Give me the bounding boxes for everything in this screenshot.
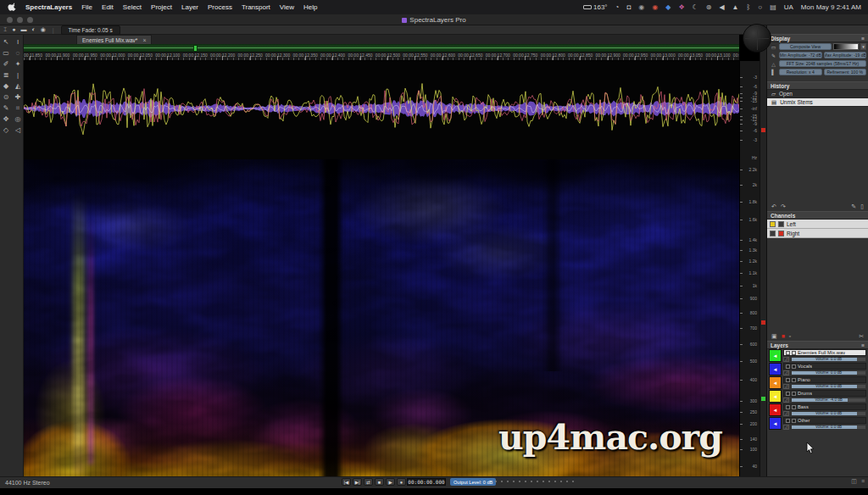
apple-menu-icon[interactable] bbox=[7, 3, 17, 12]
transform-tool[interactable]: ↖ bbox=[0, 36, 12, 47]
select-intersect-icon[interactable]: ◉ bbox=[41, 26, 46, 33]
menu-spectralayers[interactable]: SpectraLayers bbox=[25, 3, 72, 11]
eraser-tool[interactable]: ◆ bbox=[0, 81, 12, 92]
stop-button[interactable]: ■ bbox=[375, 478, 384, 486]
layer-color-swatch[interactable]: ◄ bbox=[769, 376, 782, 389]
menu-file[interactable]: File bbox=[81, 3, 92, 11]
keyboard-layout-indicator[interactable]: UA bbox=[784, 3, 793, 11]
layer-enemies-full-mix-wav[interactable]: ◄Enemies Full Mix.wav◿Volume: 0.0 dB bbox=[767, 349, 868, 363]
heal-tool[interactable]: ✚ bbox=[12, 92, 24, 103]
colormap-swatch[interactable] bbox=[833, 43, 859, 50]
layer-name-row[interactable]: Bass bbox=[783, 403, 866, 410]
playhead-marker[interactable] bbox=[193, 45, 198, 52]
layer-transform-icon[interactable]: ◿ bbox=[783, 425, 789, 430]
channel-color-box[interactable] bbox=[778, 231, 784, 236]
pencil-tool[interactable]: ✎ bbox=[0, 103, 12, 114]
measure-tool[interactable]: ⌗ bbox=[12, 103, 24, 114]
composite-view-button[interactable]: Composite View bbox=[779, 43, 832, 50]
layer-volume-slider[interactable]: Volume: 0.0 dB bbox=[791, 370, 866, 375]
meter-config-icon[interactable]: ◫ bbox=[851, 478, 857, 485]
select-add-icon[interactable]: ▬ bbox=[20, 26, 26, 33]
layers-section-header[interactable]: Layers≡ bbox=[767, 341, 868, 349]
3d-navigation-sphere[interactable] bbox=[743, 24, 771, 53]
layer-bass[interactable]: ◄Bass◿Volume: 0.0 dB bbox=[767, 403, 868, 417]
lock-icon[interactable]: ◘ bbox=[626, 4, 631, 11]
layers-menu-icon[interactable]: ≡ bbox=[861, 342, 865, 348]
channels-section-header[interactable]: Channels bbox=[767, 211, 868, 220]
gear-icon[interactable]: ⊛ bbox=[706, 4, 712, 11]
cursor-range-icon[interactable]: ⌶ bbox=[3, 26, 7, 33]
menu-transport[interactable]: Transport bbox=[242, 3, 270, 11]
layer-other[interactable]: ◄Other◿Volume: 0.0 dB bbox=[767, 417, 868, 431]
magic-wand-tool[interactable]: ✦ bbox=[12, 58, 24, 70]
layer-color-swatch[interactable]: ◄ bbox=[769, 417, 782, 430]
moon-icon[interactable]: ☾ bbox=[693, 4, 698, 11]
layer-solo-checkbox[interactable] bbox=[792, 364, 796, 369]
eject-icon[interactable]: ▲ bbox=[732, 4, 739, 11]
layer-mode-icon[interactable]: ▣ bbox=[771, 333, 777, 340]
channel-color-box[interactable] bbox=[778, 221, 784, 227]
amplify-tool[interactable]: ◭ bbox=[12, 81, 24, 92]
frequency-selection-tool[interactable]: | bbox=[12, 70, 24, 81]
spotlight-icon[interactable]: ○ bbox=[758, 4, 762, 11]
channel-select-box[interactable] bbox=[770, 221, 776, 227]
rectangle-selection-tool[interactable]: ▭ bbox=[0, 47, 12, 58]
scissors-icon[interactable]: ✂ bbox=[859, 333, 864, 340]
layer-volume-slider[interactable]: Volume: 0.0 dB bbox=[791, 384, 866, 389]
layer-name-row[interactable]: Vocals bbox=[783, 363, 866, 370]
menu-edit[interactable]: Edit bbox=[102, 3, 114, 11]
max-amplitude-button[interactable]: Max Amplitude: -19 dB bbox=[824, 52, 867, 58]
colormap-options-button[interactable]: ▾ bbox=[860, 43, 866, 50]
undo-icon[interactable]: ↶ bbox=[771, 203, 776, 210]
record-button[interactable]: ● bbox=[397, 478, 406, 486]
time-machine-icon[interactable]: ◔ bbox=[615, 4, 620, 11]
fft-size-button[interactable]: FFT Size: 2048 samples (58ms/17 Hz) bbox=[779, 60, 866, 67]
layer-solo-checkbox[interactable] bbox=[792, 378, 796, 382]
overview-navigation-band[interactable] bbox=[24, 44, 739, 53]
layer-volume-slider[interactable]: Volume: 0.0 dB bbox=[791, 411, 866, 416]
channel-select-box[interactable] bbox=[770, 231, 776, 236]
clone-stamp-tool[interactable]: ⊙ bbox=[0, 92, 12, 103]
menu-process[interactable]: Process bbox=[208, 3, 232, 11]
channel-row-right[interactable]: Right bbox=[767, 229, 868, 238]
layer-visibility-checkbox[interactable] bbox=[786, 351, 790, 355]
layer-visibility-checkbox[interactable] bbox=[786, 419, 790, 423]
menu-project[interactable]: Project bbox=[151, 3, 172, 11]
go-to-start-button[interactable]: |◀ bbox=[342, 478, 351, 486]
layer-volume-slider[interactable]: Volume: 0.0 dB bbox=[791, 425, 866, 430]
layer-volume-slider[interactable]: Volume: -4.0 dB bbox=[791, 398, 866, 403]
layer-solo-checkbox[interactable] bbox=[792, 392, 796, 396]
layer-visibility-checkbox[interactable] bbox=[786, 392, 790, 396]
layer-name-row[interactable]: Piano bbox=[783, 376, 866, 383]
display-menu-icon[interactable]: ≡ bbox=[861, 36, 865, 42]
layer-transform-icon[interactable]: ◿ bbox=[783, 357, 789, 362]
history-item-open[interactable]: ▱Open bbox=[767, 90, 868, 98]
menu-select[interactable]: Select bbox=[123, 3, 142, 11]
layer-name-row[interactable]: Drums bbox=[783, 390, 866, 397]
resolution-button[interactable]: Resolution: x 4 bbox=[779, 69, 822, 75]
time-fade-field[interactable]: Time Fade: 0.05 s bbox=[61, 25, 120, 35]
channel-row-left[interactable]: Left bbox=[767, 220, 868, 229]
istat-icon[interactable]: ❖ bbox=[678, 4, 684, 11]
display-icon[interactable]: ▤ bbox=[770, 4, 776, 11]
layer-name-row[interactable]: Other bbox=[783, 417, 866, 424]
delete-channel-icon[interactable]: ▯ bbox=[860, 203, 864, 210]
layer-name-row[interactable]: Enemies Full Mix.wav bbox=[783, 349, 866, 356]
tab-enemies-full-mix[interactable]: Enemies Full Mix.wav* × bbox=[76, 35, 152, 44]
output-level-button[interactable]: Output Level: 0 dB bbox=[450, 478, 496, 486]
layer-visibility-checkbox[interactable] bbox=[786, 405, 790, 409]
layer-color-swatch[interactable]: ◄ bbox=[769, 390, 782, 403]
layer-transform-icon[interactable]: ◿ bbox=[783, 384, 789, 389]
select-subtract-icon[interactable]: ◐ bbox=[31, 26, 35, 33]
layer-color-swatch[interactable]: ◄ bbox=[769, 403, 782, 416]
layer-piano[interactable]: ◄Piano◿Volume: 0.0 dB bbox=[767, 376, 868, 390]
display-section-header[interactable]: Display≡ bbox=[767, 34, 868, 42]
menubar-clock[interactable]: Mon May 9 2:41 AM bbox=[801, 3, 861, 11]
go-to-end-button[interactable]: ▶| bbox=[353, 478, 362, 486]
layer-transform-icon[interactable]: ◿ bbox=[783, 370, 789, 375]
waveform-display[interactable] bbox=[24, 61, 739, 159]
play-button[interactable]: ▶ bbox=[386, 478, 395, 486]
playback-tool[interactable]: ◁ bbox=[12, 125, 24, 136]
history-item-unmix-stems[interactable]: ▤Unmix Stems bbox=[767, 98, 868, 107]
app-badge-icon[interactable]: ◉ bbox=[638, 4, 644, 11]
